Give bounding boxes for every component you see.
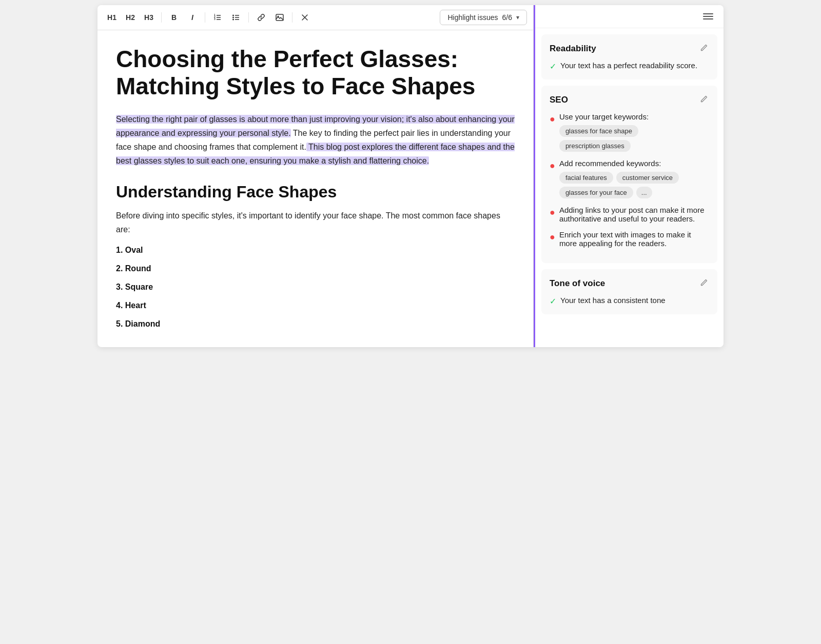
dot-icon-1: ●	[550, 113, 555, 126]
check-icon: ✓	[550, 62, 556, 71]
readability-score-text: Your text has a perfect readability scor…	[560, 61, 697, 70]
seo-card-header: SEO	[550, 94, 709, 106]
h3-button[interactable]: H3	[141, 9, 157, 26]
app-container: H1 H2 H3 B I 123 H	[97, 5, 724, 347]
tone-score-text: Your text has a consistent tone	[560, 296, 666, 305]
list-item-2-num: 2.	[116, 264, 123, 273]
rec-keyword-chip-1[interactable]: facial features	[559, 172, 613, 184]
intro-paragraph: Selecting the right pair of glasses is a…	[116, 112, 515, 168]
tone-card-header: Tone of voice	[550, 277, 709, 290]
editor-content[interactable]: Choosing the Perfect Glasses: Matching S…	[97, 30, 533, 347]
readability-card-header: Readability	[550, 43, 709, 55]
list-item-3: 3. Square	[116, 283, 515, 292]
list-item-1-label: Oval	[125, 246, 143, 254]
readability-edit-button[interactable]	[699, 43, 709, 55]
seo-links-item: ● Adding links to your post can make it …	[550, 206, 709, 223]
keyword-chip-2[interactable]: prescription glasses	[559, 140, 631, 152]
list-item-4: 4. Heart	[116, 301, 515, 310]
rec-keyword-chip-3[interactable]: glasses for your face	[559, 187, 633, 198]
recommended-keyword-chips: facial features customer service glasses…	[559, 172, 709, 198]
separator-4	[292, 12, 292, 23]
section1-intro: Before diving into specific styles, it's…	[116, 209, 515, 236]
article-title: Choosing the Perfect Glasses: Matching S…	[116, 46, 515, 100]
svg-point-9	[232, 15, 234, 16]
editor-panel: H1 H2 H3 B I 123 H	[97, 5, 534, 347]
seo-links-text: Adding links to your post can make it mo…	[559, 206, 709, 223]
list-item-2: 2. Round	[116, 264, 515, 273]
list-item-4-num: 4.	[116, 301, 123, 310]
list-item-5-label: Diamond	[125, 319, 160, 328]
h1-button[interactable]: H1	[104, 9, 120, 26]
svg-point-10	[232, 17, 234, 18]
seo-target-keywords-container: Use your target keywords: glasses for fa…	[559, 112, 709, 152]
svg-point-11	[232, 19, 234, 21]
svg-text:3: 3	[214, 17, 216, 21]
bold-button[interactable]: B	[166, 9, 182, 26]
more-keywords-button[interactable]: ...	[636, 187, 652, 198]
toolbar: H1 H2 H3 B I 123 H	[97, 5, 533, 30]
ordered-list-button[interactable]: 123	[209, 9, 226, 26]
list-item-4-label: Heart	[125, 301, 146, 310]
dot-icon-4: ●	[550, 231, 555, 244]
readability-title: Readability	[550, 44, 596, 54]
seo-card: SEO ● Use your target keywords: glasses …	[541, 86, 717, 263]
seo-images-item: ● Enrich your text with images to make i…	[550, 230, 709, 248]
separator-3	[248, 12, 249, 23]
seo-title: SEO	[550, 95, 568, 105]
tone-card: Tone of voice ✓ Your text has a consiste…	[541, 269, 717, 314]
list-item-2-label: Round	[125, 264, 151, 273]
tone-score-item: ✓ Your text has a consistent tone	[550, 296, 709, 306]
menu-line-3	[703, 18, 713, 19]
image-button[interactable]	[271, 9, 288, 26]
list-item-1-num: 1.	[116, 246, 123, 254]
list-item-3-label: Square	[125, 283, 153, 291]
readability-score-item: ✓ Your text has a perfect readability sc…	[550, 61, 709, 71]
section1-heading: Understanding Face Shapes	[116, 183, 515, 202]
seo-target-keywords-item: ● Use your target keywords: glasses for …	[550, 112, 709, 152]
list-item-5: 5. Diamond	[116, 319, 515, 329]
list-item-3-num: 3.	[116, 283, 123, 291]
italic-button[interactable]: I	[184, 9, 201, 26]
separator-2	[205, 12, 205, 23]
dot-icon-2: ●	[550, 159, 555, 172]
seo-target-keywords-label: Use your target keywords:	[559, 112, 649, 121]
unordered-list-button[interactable]	[228, 9, 244, 26]
menu-line-2	[703, 16, 713, 17]
tone-edit-button[interactable]	[699, 277, 709, 290]
menu-line-1	[703, 13, 713, 14]
seo-recommended-keywords-container: Add recommended keywords: facial feature…	[559, 159, 709, 198]
highlight-issues-label: Highlight issues	[447, 13, 498, 22]
list-item-1: 1. Oval	[116, 246, 515, 255]
chevron-down-icon: ▾	[516, 14, 519, 21]
tone-title: Tone of voice	[550, 278, 605, 289]
sidebar-panel: Readability ✓ Your text has a perfect re…	[534, 5, 724, 347]
sidebar-header	[535, 5, 724, 28]
link-button[interactable]	[253, 9, 269, 26]
seo-recommended-keywords-label: Add recommended keywords:	[559, 159, 661, 168]
tone-check-icon: ✓	[550, 296, 556, 306]
dot-icon-3: ●	[550, 206, 555, 219]
keyword-chip-1[interactable]: glasses for face shape	[559, 125, 638, 137]
target-keyword-chips: glasses for face shape prescription glas…	[559, 125, 709, 152]
list-item-5-num: 5.	[116, 319, 123, 328]
issue-count: 6/6	[502, 13, 512, 22]
separator-1	[161, 12, 162, 23]
highlight-issues-button[interactable]: Highlight issues 6/6 ▾	[440, 10, 527, 25]
rec-keyword-chip-2[interactable]: customer service	[616, 172, 679, 184]
readability-card: Readability ✓ Your text has a perfect re…	[541, 34, 717, 79]
seo-images-text: Enrich your text with images to make it …	[559, 230, 709, 248]
seo-recommended-keywords-item: ● Add recommended keywords: facial featu…	[550, 159, 709, 198]
menu-button[interactable]	[701, 11, 715, 22]
clear-format-button[interactable]	[297, 9, 313, 26]
h2-button[interactable]: H2	[122, 9, 139, 26]
seo-edit-button[interactable]	[699, 94, 709, 106]
